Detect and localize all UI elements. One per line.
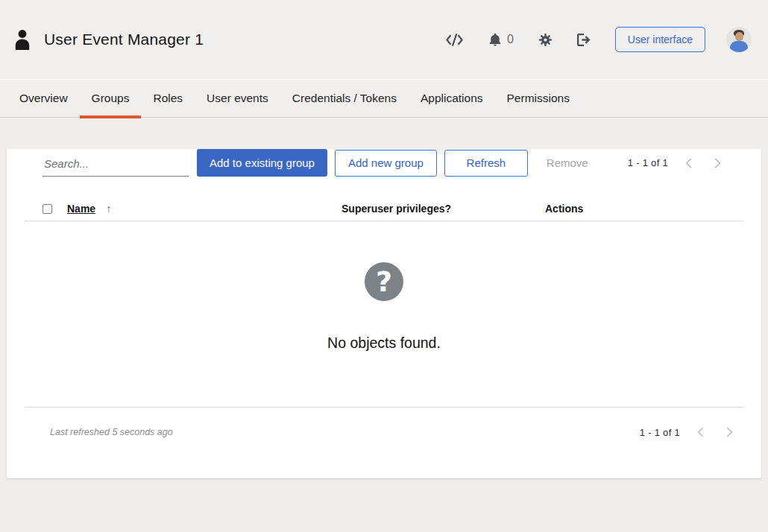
select-all-checkbox[interactable] [43, 204, 52, 214]
code-icon[interactable] [443, 31, 466, 49]
sort-ascending-icon[interactable]: ↑ [106, 203, 111, 215]
add-new-group-button[interactable]: Add new group [335, 150, 437, 177]
notification-count: 0 [507, 33, 514, 46]
previous-page-icon[interactable] [683, 156, 694, 170]
notifications-button[interactable]: 0 [485, 30, 517, 50]
tab-roles[interactable]: Roles [141, 80, 195, 117]
refresh-button[interactable]: Refresh [444, 150, 528, 177]
bell-icon [488, 33, 502, 47]
toolbar: Add to existing group Add new group Refr… [7, 149, 761, 177]
tab-permissions[interactable]: Permissions [495, 80, 582, 117]
tab-applications[interactable]: Applications [409, 80, 495, 117]
pagination-range: 1 - 1 of 1 [628, 157, 668, 168]
settings-gear-icon[interactable] [536, 31, 555, 49]
column-header-actions: Actions [545, 203, 743, 215]
tab-credentials-tokens[interactable]: Credentials / Tokens [280, 80, 409, 117]
column-header-name-group: Name ↑ [67, 203, 341, 215]
app-header: User Event Manager 1 0 [0, 0, 768, 80]
add-to-existing-group-button[interactable]: Add to existing group [197, 149, 327, 177]
footer-pagination-range: 1 - 1 of 1 [640, 427, 680, 438]
header-actions: 0 User interface [443, 27, 752, 52]
avatar[interactable] [726, 27, 752, 52]
search-field[interactable] [43, 149, 189, 177]
next-page-icon[interactable] [712, 156, 723, 170]
sign-out-icon[interactable] [574, 31, 595, 49]
avatar-shirt [730, 41, 748, 52]
footer-pagination: 1 - 1 of 1 [640, 425, 735, 439]
empty-state: ? No objects found. [7, 221, 761, 407]
last-refreshed-text: Last refreshed 5 seconds ago [50, 427, 173, 437]
avatar-face [735, 32, 743, 41]
search-input[interactable] [43, 157, 189, 176]
footer-next-page-icon[interactable] [724, 425, 735, 439]
remove-button[interactable]: Remove [538, 150, 597, 177]
table-footer-wrap: Last refreshed 5 seconds ago 1 - 1 of 1 [25, 407, 743, 478]
column-header-name[interactable]: Name [67, 203, 95, 215]
toolbar-pagination: 1 - 1 of 1 [628, 156, 723, 170]
question-mark-icon: ? [365, 262, 403, 301]
tab-overview[interactable]: Overview [7, 80, 80, 117]
header-title-group: User Event Manager 1 [13, 29, 204, 50]
column-header-superuser: Superuser privileges? [341, 203, 545, 215]
footer-previous-page-icon[interactable] [695, 425, 706, 439]
table-header-wrap: Name ↑ Superuser privileges? Actions [25, 197, 743, 221]
user-interface-button[interactable]: User interface [615, 27, 705, 52]
table-header-row: Name ↑ Superuser privileges? Actions [25, 197, 743, 221]
content-card: Add to existing group Add new group Refr… [7, 149, 761, 478]
tab-groups[interactable]: Groups [80, 80, 142, 117]
user-icon [13, 29, 31, 50]
tab-user-events[interactable]: User events [195, 80, 280, 117]
table-footer: Last refreshed 5 seconds ago 1 - 1 of 1 [25, 408, 743, 478]
question-mark-glyph: ? [376, 267, 392, 296]
empty-state-message: No objects found. [7, 335, 761, 352]
page-title: User Event Manager 1 [44, 31, 204, 48]
tab-bar: Overview Groups Roles User events Creden… [0, 80, 768, 118]
